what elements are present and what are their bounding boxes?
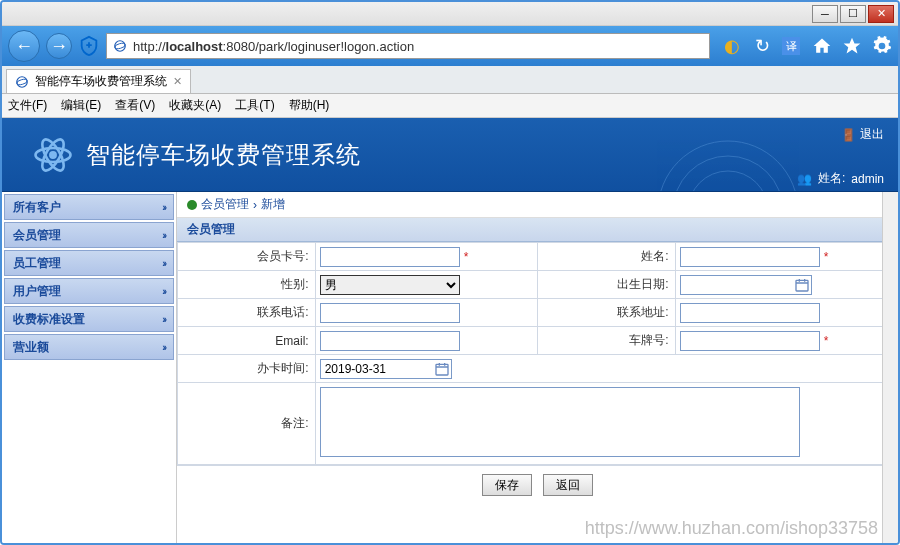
apply-date-input[interactable] bbox=[320, 359, 452, 379]
back-button[interactable]: ← bbox=[8, 30, 40, 62]
refresh-icon[interactable]: ↻ bbox=[752, 36, 772, 56]
sidebar-item-staff[interactable]: 员工管理›› bbox=[4, 250, 174, 276]
home-icon[interactable] bbox=[812, 36, 832, 56]
tab-close-icon[interactable]: ✕ bbox=[173, 75, 182, 88]
svg-point-9 bbox=[673, 156, 783, 191]
main: 所有客户›› 会员管理›› 员工管理›› 用户管理›› 收费标准设置›› 营业额… bbox=[2, 192, 898, 545]
sidebar: 所有客户›› 会员管理›› 员工管理›› 用户管理›› 收费标准设置›› 营业额… bbox=[2, 192, 177, 545]
sidebar-item-all-customers[interactable]: 所有客户›› bbox=[4, 194, 174, 220]
plate-label: 车牌号: bbox=[537, 327, 675, 355]
remark-label: 备注: bbox=[178, 383, 316, 465]
content: 会员管理 › 新增 会员管理 会员卡号: * 姓名: * 性别: 男 出生日期:… bbox=[177, 192, 898, 545]
sidebar-item-members[interactable]: 会员管理›› bbox=[4, 222, 174, 248]
crumb-member[interactable]: 会员管理 bbox=[201, 196, 249, 213]
user-icon: 👥 bbox=[797, 172, 812, 186]
gear-icon[interactable] bbox=[872, 36, 892, 56]
section-header: 会员管理 bbox=[177, 218, 898, 242]
menu-edit[interactable]: 编辑(E) bbox=[61, 97, 101, 114]
addr-input[interactable] bbox=[680, 303, 820, 323]
app-header: 智能停车场收费管理系统 🚪 退出 👥 姓名: admin bbox=[2, 118, 898, 192]
phone-label: 联系电话: bbox=[178, 299, 316, 327]
forward-button[interactable]: → bbox=[46, 33, 72, 59]
svg-point-0 bbox=[115, 41, 126, 52]
button-row: 保存 返回 bbox=[177, 465, 898, 504]
plate-input[interactable] bbox=[680, 331, 820, 351]
menu-file[interactable]: 文件(F) bbox=[8, 97, 47, 114]
gender-label: 性别: bbox=[178, 271, 316, 299]
window-maximize-button[interactable]: ☐ bbox=[840, 5, 866, 23]
compat-icon[interactable]: ◐ bbox=[722, 36, 742, 56]
email-input[interactable] bbox=[320, 331, 460, 351]
menu-fav[interactable]: 收藏夹(A) bbox=[169, 97, 221, 114]
required-icon: * bbox=[820, 250, 829, 264]
card-no-input[interactable] bbox=[320, 247, 460, 267]
window-close-button[interactable]: ✕ bbox=[868, 5, 894, 23]
window-minimize-button[interactable]: ─ bbox=[812, 5, 838, 23]
logout-icon: 🚪 bbox=[841, 128, 856, 142]
breadcrumb: 会员管理 › 新增 bbox=[177, 192, 898, 218]
url-bar[interactable]: http://localhost:8080/park/loginuser!log… bbox=[106, 33, 710, 59]
member-form: 会员卡号: * 姓名: * 性别: 男 出生日期: 联系电话: 联系地址: Em… bbox=[177, 242, 898, 465]
required-icon: * bbox=[460, 250, 469, 264]
menu-help[interactable]: 帮助(H) bbox=[289, 97, 330, 114]
logout-link[interactable]: 🚪 退出 bbox=[841, 126, 884, 143]
sidebar-item-fee-settings[interactable]: 收费标准设置›› bbox=[4, 306, 174, 332]
gender-select[interactable]: 男 bbox=[320, 275, 460, 295]
window-titlebar: ─ ☐ ✕ bbox=[2, 2, 898, 26]
ie-icon bbox=[113, 39, 127, 53]
browser-menubar: 文件(F) 编辑(E) 查看(V) 收藏夹(A) 工具(T) 帮助(H) bbox=[2, 94, 898, 118]
app-title: 智能停车场收费管理系统 bbox=[86, 139, 361, 171]
chevron-right-icon: ›› bbox=[162, 286, 165, 297]
svg-point-8 bbox=[658, 141, 798, 191]
browser-tabbar: 智能停车场收费管理系统 ✕ bbox=[2, 66, 898, 94]
chevron-right-icon: ›› bbox=[162, 342, 165, 353]
atom-icon bbox=[32, 134, 74, 176]
shield-icon[interactable] bbox=[78, 35, 100, 57]
chevron-right-icon: ›› bbox=[162, 258, 165, 269]
menu-view[interactable]: 查看(V) bbox=[115, 97, 155, 114]
translate-icon[interactable]: 译 bbox=[782, 37, 800, 55]
crumb-add: 新增 bbox=[261, 196, 285, 213]
tab-title: 智能停车场收费管理系统 bbox=[35, 73, 167, 90]
birth-input[interactable] bbox=[680, 275, 812, 295]
name-label: 姓名: bbox=[537, 243, 675, 271]
sidebar-item-users[interactable]: 用户管理›› bbox=[4, 278, 174, 304]
name-input[interactable] bbox=[680, 247, 820, 267]
phone-input[interactable] bbox=[320, 303, 460, 323]
menu-tools[interactable]: 工具(T) bbox=[235, 97, 274, 114]
browser-tab[interactable]: 智能停车场收费管理系统 ✕ bbox=[6, 69, 191, 93]
scrollbar[interactable] bbox=[882, 192, 898, 545]
url-right-icons: ◐ ↻ 译 bbox=[716, 36, 806, 56]
back-button-form[interactable]: 返回 bbox=[543, 474, 593, 496]
svg-point-10 bbox=[688, 171, 768, 191]
ie-icon bbox=[15, 75, 29, 89]
watermark: https://www.huzhan.com/ishop33758 bbox=[585, 518, 878, 539]
user-info: 👥 姓名: admin bbox=[797, 170, 884, 187]
required-icon: * bbox=[820, 334, 829, 348]
browser-navbar: ← → http://localhost:8080/park/loginuser… bbox=[2, 26, 898, 66]
svg-point-2 bbox=[17, 76, 28, 87]
username: admin bbox=[851, 172, 884, 186]
card-no-label: 会员卡号: bbox=[178, 243, 316, 271]
remark-textarea[interactable] bbox=[320, 387, 800, 457]
chevron-right-icon: ›› bbox=[162, 314, 165, 325]
chevron-right-icon: ›› bbox=[162, 230, 165, 241]
apply-date-label: 办卡时间: bbox=[178, 355, 316, 383]
dot-icon bbox=[187, 200, 197, 210]
birth-label: 出生日期: bbox=[537, 271, 675, 299]
save-button[interactable]: 保存 bbox=[482, 474, 532, 496]
star-icon[interactable] bbox=[842, 36, 862, 56]
url-text: http://localhost:8080/park/loginuser!log… bbox=[133, 39, 414, 54]
addr-label: 联系地址: bbox=[537, 299, 675, 327]
sidebar-item-revenue[interactable]: 营业额›› bbox=[4, 334, 174, 360]
email-label: Email: bbox=[178, 327, 316, 355]
chevron-right-icon: ›› bbox=[162, 202, 165, 213]
svg-point-7 bbox=[50, 152, 55, 157]
